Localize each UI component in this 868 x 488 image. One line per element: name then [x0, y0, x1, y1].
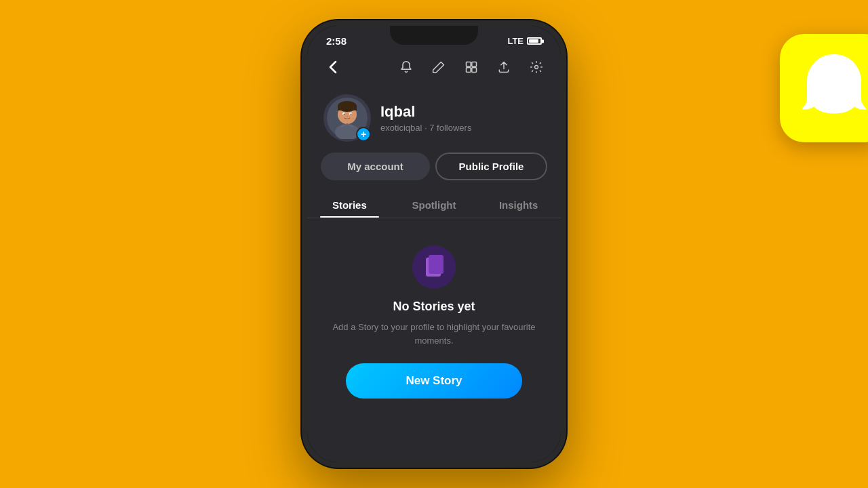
battery-icon	[527, 37, 542, 45]
snapchat-logo	[780, 34, 868, 142]
spotlight-tab[interactable]: Spotlight	[392, 191, 477, 218]
svg-rect-9	[338, 106, 357, 110]
phone-screen: 2:58 LTE	[307, 26, 561, 462]
svg-rect-16	[429, 255, 443, 274]
scene: 2:58 LTE	[0, 0, 868, 488]
nav-icons	[395, 56, 547, 78]
profile-sub: exoticiqbal · 7 followers	[380, 123, 471, 133]
volume-down-button	[302, 171, 303, 205]
profile-name: Iqbal	[380, 103, 471, 121]
stories-empty-icon	[412, 245, 456, 289]
profile-section: + Iqbal exoticiqbal · 7 followers	[307, 86, 561, 152]
edit-button[interactable]	[428, 56, 450, 78]
svg-rect-2	[467, 68, 471, 73]
stories-icon	[423, 255, 445, 279]
empty-title: No Stories yet	[393, 300, 475, 314]
phone-notch	[390, 26, 478, 45]
svg-point-13	[351, 114, 352, 115]
avatar-wrapper: +	[323, 94, 371, 142]
svg-rect-1	[472, 62, 477, 67]
svg-rect-0	[467, 62, 471, 67]
my-account-tab[interactable]: My account	[321, 152, 430, 180]
nav-bar	[307, 51, 561, 86]
svg-point-4	[535, 66, 538, 69]
empty-state: No Stories yet Add a Story to your profi…	[307, 218, 561, 419]
share-button[interactable]	[460, 56, 482, 78]
content-tabs: Stories Spotlight Insights	[307, 191, 561, 218]
svg-point-12	[344, 114, 345, 115]
snapchat-ghost	[800, 51, 868, 125]
account-tabs: My account Public Profile	[321, 152, 547, 180]
stories-tab[interactable]: Stories	[307, 191, 392, 218]
add-friend-button[interactable]: +	[356, 127, 371, 142]
insights-tab[interactable]: Insights	[476, 191, 561, 218]
settings-button[interactable]	[526, 56, 547, 78]
notification-button[interactable]	[395, 56, 417, 78]
volume-up-button	[302, 127, 303, 161]
phone-shell: 2:58 LTE	[302, 20, 566, 468]
back-icon	[329, 60, 337, 74]
upload-button[interactable]	[493, 56, 515, 78]
power-button	[565, 107, 566, 148]
empty-subtitle: Add a Story to your profile to highlight…	[328, 321, 540, 347]
back-button[interactable]	[321, 55, 345, 79]
profile-info: Iqbal exoticiqbal · 7 followers	[380, 103, 471, 133]
status-time: 2:58	[326, 35, 347, 47]
mute-button	[302, 94, 303, 114]
public-profile-tab[interactable]: Public Profile	[435, 152, 547, 180]
new-story-button[interactable]: New Story	[346, 363, 522, 399]
signal-label: LTE	[507, 36, 524, 46]
svg-point-14	[347, 116, 349, 117]
status-right: LTE	[507, 36, 542, 46]
svg-rect-3	[472, 68, 477, 73]
